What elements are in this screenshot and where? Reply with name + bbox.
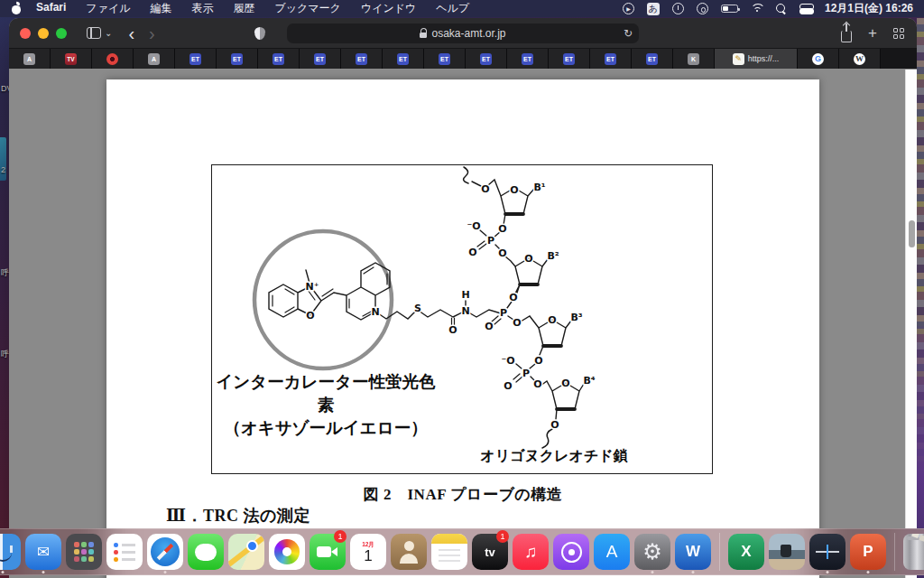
browser-tab[interactable]: ET — [590, 49, 632, 69]
svg-text:N: N — [371, 306, 379, 318]
dot-red-favicon — [106, 53, 118, 65]
scrollbar[interactable] — [905, 70, 917, 578]
menu-item-app[interactable]: Safari — [36, 1, 66, 16]
browser-tab[interactable]: W — [839, 49, 881, 69]
menu-item-4[interactable]: 履歴 — [233, 1, 254, 16]
reload-icon[interactable]: ↻ — [624, 27, 633, 40]
menu-item-2[interactable]: 編集 — [150, 1, 171, 16]
close-window-button[interactable] — [20, 28, 31, 39]
back-button[interactable]: ‹ — [128, 24, 134, 42]
chevron-down-icon[interactable]: ⌄ — [105, 28, 112, 38]
time-machine-icon[interactable] — [672, 3, 684, 14]
dock-item-messages[interactable] — [187, 532, 225, 572]
browser-tab[interactable]: ET — [632, 49, 673, 69]
et-favicon: ET — [356, 53, 367, 65]
zoom-window-button[interactable] — [56, 28, 67, 39]
desktop-right-sliver — [917, 18, 924, 578]
browser-tab[interactable]: ET — [341, 49, 383, 69]
dock-item-mail[interactable]: ✉ — [24, 532, 62, 572]
apple-menu-icon[interactable] — [11, 3, 22, 14]
browser-tab[interactable]: A — [9, 49, 51, 69]
svg-text:O: O — [468, 247, 476, 258]
dock-item-notes[interactable] — [430, 532, 468, 572]
browser-tab-active[interactable]: ✎https://... — [715, 49, 798, 69]
settings-icon: ⚙ — [634, 534, 670, 570]
menu-item-3[interactable]: 表示 — [191, 1, 213, 16]
svg-text:O: O — [509, 292, 517, 303]
svg-text:B¹: B¹ — [533, 182, 545, 193]
scrollbar-thumb[interactable] — [909, 220, 915, 247]
address-bar[interactable]: osaka-amt.or.jp ↻ — [287, 23, 639, 43]
dock-item-contacts[interactable] — [390, 532, 428, 572]
dock-item-launchpad[interactable] — [65, 532, 103, 572]
dock-item-finder[interactable] — [0, 532, 22, 572]
spotlight-icon[interactable] — [776, 4, 787, 14]
input-source-icon[interactable]: あ — [647, 3, 660, 15]
wifi-icon[interactable] — [751, 4, 763, 14]
dock-item-excel[interactable]: X — [727, 532, 765, 572]
dock-item-settings[interactable]: ⚙ — [633, 532, 671, 572]
document-page: N⁺ONSOHNPOOOOOB¹OP⁻OOOOB²OB³O⁻OPOOOB⁴O イ… — [106, 79, 819, 578]
dock-item-appstore[interactable]: A — [593, 532, 631, 572]
svg-text:O: O — [534, 355, 542, 367]
browser-tab[interactable]: ET — [466, 49, 507, 69]
menu-item-5[interactable]: ブックマーク — [274, 1, 340, 16]
menu-item-1[interactable]: ファイル — [86, 1, 130, 16]
safari-window: ⌄ ‹ › osaka-amt.or.jp ↻ + ATVAETETETETET… — [9, 18, 917, 578]
dock-item-maps[interactable] — [227, 532, 265, 572]
dock-item-trash[interactable] — [902, 532, 924, 572]
browser-tab[interactable] — [92, 49, 134, 69]
browser-tab[interactable]: ET — [507, 49, 549, 69]
et-favicon: ET — [563, 53, 575, 65]
dock-item-powerpoint[interactable]: P — [849, 532, 887, 572]
browser-tab[interactable]: ET — [217, 49, 258, 69]
dock-item-safari[interactable] — [146, 532, 184, 572]
now-playing-icon[interactable]: ▶ — [623, 3, 634, 14]
dock-item-waveform[interactable] — [808, 532, 846, 572]
dock-item-reminders[interactable] — [106, 532, 143, 572]
forward-button[interactable]: › — [149, 24, 155, 42]
svg-text:O: O — [498, 247, 506, 259]
menu-item-7[interactable]: ヘルプ — [436, 1, 469, 16]
dock: ✉112月1tv1♫A⚙WXP — [0, 528, 924, 575]
podcasts-icon — [553, 534, 589, 570]
browser-tab[interactable]: ET — [300, 49, 341, 69]
browser-tab[interactable]: K — [673, 49, 715, 69]
menu-datetime[interactable]: 12月1日(金) 16:26 — [825, 1, 913, 16]
menu-item-6[interactable]: ウインドウ — [361, 1, 416, 16]
et-favicon: ET — [646, 53, 658, 65]
dock-item-podcasts[interactable] — [552, 532, 590, 572]
browser-tab[interactable]: ET — [424, 49, 466, 69]
url-text: osaka-amt.or.jp — [431, 27, 505, 40]
svg-text:P: P — [522, 368, 530, 379]
battery-icon[interactable] — [721, 5, 738, 13]
control-center-icon[interactable] — [799, 4, 812, 14]
dock-item-appletv[interactable]: tv1 — [471, 532, 509, 572]
screen-mirroring-icon[interactable] — [697, 3, 708, 14]
messages-icon — [188, 534, 224, 570]
dock-item-word[interactable]: W — [674, 532, 712, 572]
dock-item-music[interactable]: ♫ — [512, 532, 550, 572]
dock-item-calendar[interactable]: 12月1 — [349, 532, 387, 572]
sidebar-toggle-icon[interactable] — [87, 27, 101, 39]
dock-divider — [719, 533, 720, 571]
share-icon[interactable] — [841, 31, 852, 42]
dock-item-facetime[interactable]: 1 — [309, 532, 346, 572]
dock-item-photos[interactable] — [268, 532, 306, 572]
privacy-shield-icon[interactable] — [254, 27, 265, 40]
svg-text:O: O — [481, 183, 489, 195]
browser-tab[interactable]: ET — [549, 49, 590, 69]
tab-overview-icon[interactable] — [893, 28, 904, 39]
browser-tab[interactable]: ET — [175, 49, 217, 69]
browser-tab[interactable]: A — [134, 49, 175, 69]
minimize-window-button[interactable] — [38, 28, 49, 39]
contacts-icon — [391, 534, 427, 570]
browser-tab[interactable]: G — [798, 49, 839, 69]
browser-tab[interactable]: ET — [383, 49, 424, 69]
wp-favicon: W — [854, 53, 865, 65]
dock-item-media-app[interactable] — [768, 532, 806, 572]
new-tab-button[interactable]: + — [868, 24, 877, 42]
svg-text:S: S — [414, 303, 421, 314]
browser-tab[interactable]: TV — [51, 49, 92, 69]
browser-tab[interactable]: ET — [258, 49, 300, 69]
